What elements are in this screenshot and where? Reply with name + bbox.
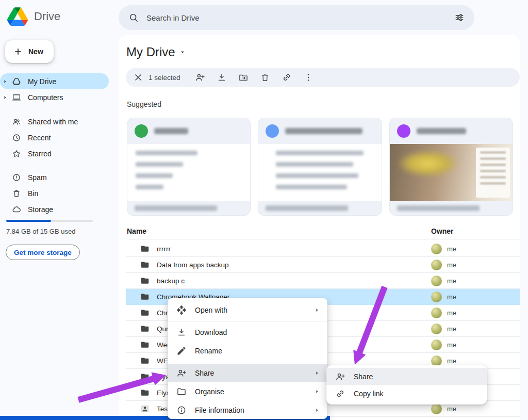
file-name: Qur bbox=[157, 325, 169, 333]
table-row[interactable]: Data from apps backup me bbox=[126, 257, 520, 273]
file-name: Chr bbox=[157, 309, 168, 317]
submenu-arrow-icon bbox=[314, 389, 320, 395]
menu-item-download[interactable]: Download bbox=[168, 323, 327, 342]
menu-item-share[interactable]: Share bbox=[168, 364, 327, 382]
plus-icon bbox=[13, 46, 23, 57]
sidebar-item-label: My Drive bbox=[28, 77, 56, 86]
blurred-title bbox=[417, 128, 466, 134]
download-icon bbox=[217, 72, 227, 83]
organise-folder-icon bbox=[176, 386, 187, 397]
owner-avatar bbox=[431, 340, 442, 350]
blurred-title bbox=[285, 128, 362, 134]
folder-icon bbox=[140, 244, 150, 253]
sidebar-item-spam[interactable]: Spam bbox=[0, 169, 109, 185]
suggested-card[interactable] bbox=[389, 118, 513, 216]
owner-name: me bbox=[447, 309, 456, 317]
copy-link-toolbar-button[interactable] bbox=[277, 68, 296, 87]
drive-logo-icon bbox=[7, 7, 28, 26]
menu-item-file-information[interactable]: File information bbox=[168, 401, 327, 419]
chevron-right-icon[interactable] bbox=[2, 78, 8, 85]
clear-selection-button[interactable] bbox=[129, 68, 147, 87]
menu-item-label: Open with bbox=[195, 306, 227, 314]
sidebar-item-recent[interactable]: Recent bbox=[0, 130, 109, 146]
storage-used-text: 7.84 GB of 15 GB used bbox=[6, 228, 75, 235]
sidebar-item-computers[interactable]: Computers bbox=[0, 89, 109, 105]
more-options-button[interactable] bbox=[299, 68, 318, 87]
search-icon bbox=[128, 12, 139, 23]
owner-cell: me bbox=[431, 292, 456, 302]
page-title-text: My Drive bbox=[126, 45, 175, 59]
computers-icon bbox=[12, 93, 21, 102]
copy-link-icon bbox=[335, 389, 345, 399]
card-header bbox=[258, 118, 381, 144]
table-row[interactable]: backup c me bbox=[126, 273, 520, 289]
column-name[interactable]: Name bbox=[127, 227, 146, 235]
submenu-arrow-icon bbox=[314, 370, 320, 376]
my-drive-icon bbox=[12, 77, 21, 86]
sidebar-item-my-drive[interactable]: My Drive bbox=[0, 73, 109, 89]
search-bar[interactable] bbox=[119, 5, 474, 30]
storage-progress-fill bbox=[6, 220, 51, 222]
sidebar-item-storage[interactable]: Storage bbox=[0, 201, 109, 217]
sidebar-item-shared-with-me[interactable]: Shared with me bbox=[0, 114, 109, 130]
menu-item-label: Share bbox=[195, 369, 214, 377]
column-owner[interactable]: Owner bbox=[431, 227, 454, 235]
submenu-item-share[interactable]: Share bbox=[326, 368, 487, 385]
folder-icon bbox=[140, 276, 150, 285]
share-toolbar-button[interactable] bbox=[191, 68, 209, 87]
submenu-arrow-icon bbox=[314, 307, 320, 313]
blurred-title bbox=[154, 128, 188, 134]
move-to-folder-icon bbox=[238, 72, 249, 83]
move-toolbar-button[interactable] bbox=[234, 68, 253, 87]
menu-item-open-with[interactable]: Open with bbox=[168, 301, 327, 319]
owner-cell: me bbox=[431, 356, 456, 366]
suggested-card[interactable] bbox=[258, 118, 382, 216]
menu-item-label: Organise bbox=[195, 387, 224, 396]
suggested-card[interactable] bbox=[127, 118, 251, 216]
owner-avatar bbox=[431, 356, 442, 366]
file-type-icon bbox=[135, 124, 148, 138]
suggested-label: Suggested bbox=[127, 100, 161, 108]
search-input[interactable] bbox=[146, 13, 447, 22]
caret-down-icon[interactable] bbox=[178, 48, 187, 56]
menu-item-rename[interactable]: Rename bbox=[168, 342, 327, 360]
brand[interactable]: Drive bbox=[7, 7, 60, 26]
table-header[interactable]: Name Owner bbox=[127, 227, 520, 239]
download-toolbar-button[interactable] bbox=[212, 68, 231, 87]
menu-item-organise[interactable]: Organise bbox=[168, 382, 327, 401]
sidebar-item-label: Starred bbox=[28, 150, 52, 158]
get-more-storage-button[interactable]: Get more storage bbox=[6, 245, 80, 260]
selected-count: 1 selected bbox=[148, 74, 180, 82]
search-button[interactable] bbox=[124, 8, 143, 27]
person-add-icon bbox=[335, 371, 345, 382]
file-type-icon bbox=[397, 124, 410, 138]
delete-icon bbox=[260, 72, 270, 83]
delete-toolbar-button[interactable] bbox=[256, 68, 274, 87]
table-row[interactable]: rrrrrr me bbox=[126, 241, 520, 257]
owner-name: me bbox=[447, 405, 456, 413]
suggested-cards bbox=[127, 118, 513, 216]
menu-item-label: Copy link bbox=[354, 390, 384, 398]
menu-divider bbox=[168, 362, 327, 362]
owner-avatar bbox=[431, 244, 442, 254]
card-header bbox=[127, 118, 250, 144]
app-title: Drive bbox=[34, 10, 60, 23]
sidebar-nav: My Drive Computers Shared with me Recent… bbox=[0, 73, 109, 217]
owner-avatar bbox=[431, 403, 442, 414]
owner-cell: me bbox=[431, 244, 456, 254]
copy-link-icon bbox=[282, 72, 292, 83]
chevron-right-icon[interactable] bbox=[2, 94, 8, 101]
owner-cell: me bbox=[431, 324, 456, 334]
menu-item-label: Share bbox=[354, 373, 373, 381]
sidebar-item-label: Storage bbox=[28, 205, 53, 214]
search-options-button[interactable] bbox=[450, 8, 469, 27]
sidebar-item-starred[interactable]: Starred bbox=[0, 146, 109, 161]
submenu-item-copy-link[interactable]: Copy link bbox=[326, 385, 487, 402]
new-button[interactable]: New bbox=[5, 40, 54, 63]
filter-options-icon bbox=[454, 12, 465, 23]
owner-name: me bbox=[447, 357, 456, 365]
page-title[interactable]: My Drive bbox=[126, 44, 187, 60]
folder-icon bbox=[140, 324, 150, 333]
card-footer bbox=[127, 201, 250, 215]
sidebar-item-bin[interactable]: Bin bbox=[0, 185, 109, 201]
